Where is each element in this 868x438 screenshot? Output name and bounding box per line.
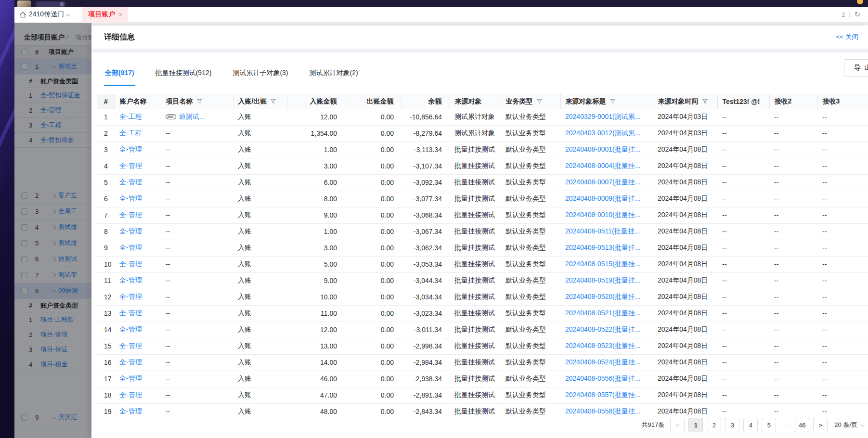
account-link[interactable]: 全-管理 (119, 374, 142, 382)
page-button-1[interactable]: 1 (688, 418, 703, 432)
filter-icon[interactable] (537, 99, 542, 104)
avatar[interactable] (17, 0, 31, 7)
filter-icon[interactable] (610, 99, 615, 104)
account-link[interactable]: 全-管理 (119, 391, 142, 399)
modal-backdrop[interactable] (14, 23, 91, 438)
page-button-4[interactable]: 4 (743, 418, 758, 432)
source-title-link[interactable]: 20240408-0520(批量挂... (565, 293, 640, 300)
account-link[interactable]: 全-管理 (119, 276, 142, 284)
account-link[interactable]: 全-管理 (119, 260, 142, 268)
column-header: 账户名称 (115, 94, 161, 109)
table-row: 16全-管理--入账14.000.00-2,984.34批量挂接测试默认业务类型… (97, 354, 868, 371)
account-link[interactable]: 全-管理 (119, 407, 142, 415)
next-page-button[interactable]: > (813, 418, 828, 432)
page-button-5[interactable]: 5 (762, 418, 776, 432)
page-button-46[interactable]: 46 (795, 418, 809, 432)
refresh-icon[interactable]: ↻ (854, 10, 860, 19)
table-cell: 0.00 (345, 240, 402, 256)
source-title-link[interactable]: 20240408-0007(批量挂... (565, 178, 640, 186)
table-cell: 批量挂接测试 (450, 256, 501, 272)
page-size-select[interactable]: 20 条/页 (834, 421, 864, 429)
chevron-down-icon (860, 422, 865, 427)
table-cell: 0.00 (345, 354, 402, 371)
detail-tab-1[interactable]: 批量挂接测试(912) (155, 69, 213, 86)
source-title-link[interactable]: 20240329-0001(测试累... (565, 113, 640, 120)
detail-tab-0[interactable]: 全部(917) (104, 69, 135, 86)
table-cell: 全-管理 (115, 272, 161, 289)
account-link[interactable]: 全-管理 (119, 244, 142, 251)
source-title-link[interactable]: 20240408-0556(批量挂... (565, 374, 640, 382)
source-title-link[interactable]: 20240408-0557(批量挂... (565, 391, 640, 399)
account-link[interactable]: 全-管理 (119, 194, 142, 202)
table-row: 10全-管理--入账5.000.00-3,053.34批量挂接测试默认业务类型2… (97, 256, 868, 272)
table-cell: -- (161, 305, 233, 322)
table-cell: -- (769, 109, 817, 125)
detail-tab-2[interactable]: 测试累计子对象(3) (232, 69, 289, 86)
source-title-link[interactable]: 20240408-0524(批量挂... (565, 358, 640, 366)
home-menu-2410[interactable]: 2410传送门 (19, 10, 70, 19)
detail-tab-3[interactable]: 测试累计对象(2) (309, 69, 359, 86)
table-cell: 批量挂接测试 (450, 272, 501, 289)
source-title-link[interactable]: 20240408-0521(批量挂... (565, 309, 640, 317)
table-cell: -- (717, 174, 769, 191)
table-cell: 2 (97, 125, 115, 142)
table-cell: 入账 (233, 207, 287, 223)
filter-icon[interactable] (702, 99, 708, 104)
account-link[interactable]: 全-管理 (119, 162, 142, 169)
filter-icon[interactable] (197, 99, 202, 104)
collapse-panel-link[interactable]: << 关闭 (836, 33, 858, 41)
source-title-link[interactable]: 20240408-0519(批量挂... (565, 276, 640, 284)
account-link[interactable]: 全-管理 (119, 211, 142, 219)
account-link[interactable]: 全-管理 (119, 145, 142, 153)
source-title-link[interactable]: 20240408-0523(批量挂... (565, 342, 640, 349)
account-link[interactable]: 全-管理 (119, 325, 142, 333)
export-button[interactable]: 导 出 (844, 59, 868, 77)
table-cell: 全-管理 (115, 354, 161, 371)
table-cell: 20240403-0012(测试累... (560, 125, 653, 142)
table-cell: 全-管理 (115, 142, 161, 158)
table-cell: -- (161, 403, 233, 415)
source-title-link[interactable]: 20240408-0004(批量挂... (565, 162, 640, 169)
account-link[interactable]: 全-管理 (119, 293, 142, 300)
browser-tab-stub[interactable] (36, 1, 65, 7)
table-cell: 全-管理 (115, 223, 161, 240)
source-title-link[interactable]: 20240408-0513(批量挂... (565, 244, 640, 251)
account-link[interactable]: 全-工程 (119, 129, 142, 137)
account-link[interactable]: 全-管理 (119, 342, 142, 349)
account-link[interactable]: 全-管理 (119, 358, 142, 366)
source-title-link[interactable]: 20240408-0558(批量挂... (565, 407, 640, 415)
filter-icon[interactable] (271, 99, 276, 104)
source-title-link[interactable]: 20240408-0009(批量挂... (565, 194, 640, 202)
source-title-link[interactable]: 20240408-0010(批量挂... (565, 211, 640, 219)
source-title-link[interactable]: 20240408-0522(批量挂... (565, 325, 640, 333)
account-link[interactable]: 全-工程 (119, 113, 142, 120)
page-button-2[interactable]: 2 (707, 418, 721, 432)
account-link[interactable]: 全-管理 (119, 309, 142, 317)
table-cell: -- (161, 125, 233, 142)
table-cell: 全-管理 (115, 158, 161, 174)
table-cell: -- (161, 338, 233, 354)
tab-project-account[interactable]: 项目账户 × (82, 7, 128, 23)
table-cell: -- (717, 240, 769, 256)
source-title-link[interactable]: 20240403-0012(测试累... (565, 129, 640, 137)
table-cell: 0.00 (345, 125, 402, 142)
column-header[interactable]: 入账/出账 (233, 94, 287, 109)
table-cell: -3,062.34 (402, 240, 450, 256)
column-header[interactable]: 来源对象标题 (560, 94, 653, 109)
column-header[interactable]: 来源对象时间 (653, 94, 717, 109)
table-cell: 测试累计对象 (450, 125, 501, 142)
source-title-link[interactable]: 20240408-0515(批量挂... (565, 260, 640, 268)
account-link[interactable]: 全-管理 (119, 178, 142, 186)
prev-page-button[interactable]: < (670, 418, 685, 432)
column-header[interactable]: 业务类型 (501, 94, 560, 109)
page-button-3[interactable]: 3 (725, 418, 739, 432)
source-title-link[interactable]: 20240408-0001(批量挂... (565, 145, 640, 153)
table-cell: -- (769, 272, 817, 289)
column-header[interactable]: 项目名称 (161, 94, 233, 109)
account-link[interactable]: 全-管理 (119, 227, 142, 235)
project-link[interactable]: 360°迪测试... (166, 113, 205, 120)
table-cell: 批量挂接测试 (450, 142, 501, 158)
source-title-link[interactable]: 20240408-0511(批量挂... (565, 227, 640, 235)
close-tab-icon[interactable]: × (118, 11, 122, 18)
table-cell: 0.00 (345, 142, 402, 158)
